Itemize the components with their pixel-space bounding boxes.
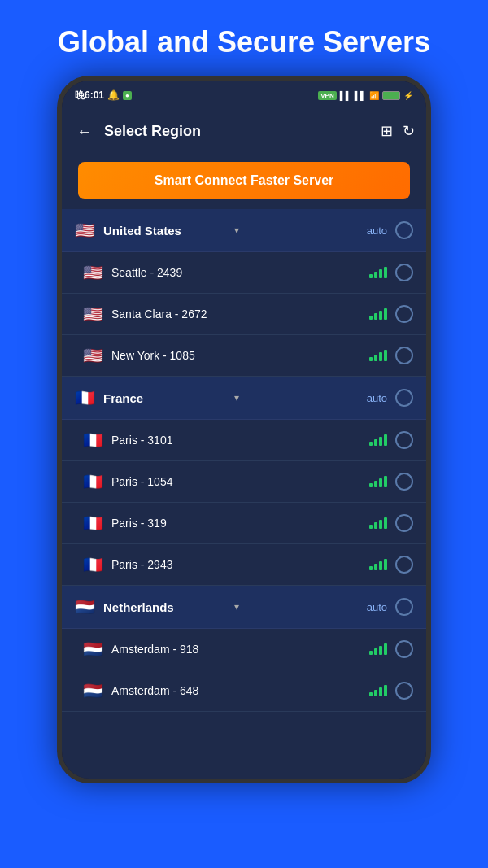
country-row-fr[interactable]: 🇫🇷 France ▾ auto (62, 377, 426, 420)
radio-paris3[interactable] (395, 514, 413, 532)
signal-paris4 (369, 559, 387, 570)
status-icons: VPN ▌▌ ▌▌ 📶 ⚡ (318, 91, 413, 100)
page-title: Select Region (104, 123, 373, 140)
battery-icon (382, 91, 400, 100)
server-santaclara: Santa Clara - 2672 (111, 308, 369, 321)
radio-amsterdam1[interactable] (395, 640, 413, 658)
country-row-us[interactable]: 🇺🇸 United States ▾ auto (62, 209, 426, 252)
server-row-amsterdam-648[interactable]: 🇳🇱 Amsterdam - 648 (62, 670, 426, 712)
flag-fr: 🇫🇷 (75, 388, 95, 408)
flag-nl: 🇳🇱 (75, 597, 95, 617)
flag-amsterdam1: 🇳🇱 (83, 639, 103, 659)
auto-label-fr: auto (367, 392, 387, 404)
country-name-nl: Netherlands (103, 600, 231, 614)
country-name-fr: France (103, 391, 231, 405)
flag-amsterdam2: 🇳🇱 (83, 681, 103, 700)
server-paris-3101: Paris - 3101 (111, 434, 369, 447)
smart-connect-area: Smart Connect Faster Server (62, 152, 426, 209)
chevron-icon-fr: ▾ (234, 392, 239, 403)
flag-newyork: 🇺🇸 (83, 346, 103, 365)
back-button[interactable]: ← (73, 119, 96, 144)
radio-santaclara[interactable] (395, 305, 413, 323)
signal-paris3 (369, 517, 387, 529)
radio-paris2[interactable] (395, 473, 413, 491)
server-amsterdam-918: Amsterdam - 918 (111, 643, 369, 656)
nav-icons: ⊞ ↻ (381, 122, 415, 140)
signal-amsterdam1 (369, 643, 387, 655)
signal-seattle (369, 267, 387, 278)
server-list: 🇺🇸 United States ▾ auto 🇺🇸 Seattle - 243… (62, 209, 426, 779)
radio-seattle[interactable] (395, 264, 413, 281)
status-time: 晚6:01 🔔 ● (75, 89, 132, 103)
signal-newyork (369, 350, 387, 361)
smart-connect-button[interactable]: Smart Connect Faster Server (78, 162, 410, 199)
server-amsterdam-648: Amsterdam - 648 (111, 684, 369, 697)
server-row-paris-2943[interactable]: 🇫🇷 Paris - 2943 (62, 544, 426, 586)
server-seattle: Seattle - 2439 (111, 266, 369, 279)
server-row-newyork[interactable]: 🇺🇸 New York - 1085 (62, 335, 426, 377)
server-row-amsterdam-918[interactable]: 🇳🇱 Amsterdam - 918 (62, 629, 426, 670)
server-row-paris-1054[interactable]: 🇫🇷 Paris - 1054 (62, 461, 426, 503)
flag-paris1: 🇫🇷 (83, 430, 103, 450)
radio-paris1[interactable] (395, 431, 413, 449)
server-row-paris-3101[interactable]: 🇫🇷 Paris - 3101 (62, 420, 426, 461)
server-row-paris-319[interactable]: 🇫🇷 Paris - 319 (62, 503, 426, 544)
vpn-badge: VPN (318, 91, 336, 100)
radio-fr[interactable] (395, 389, 413, 407)
circle-indicator: ● (123, 91, 132, 100)
signal-paris2 (369, 476, 387, 487)
country-name-us: United States (103, 224, 231, 238)
refresh-icon[interactable]: ↻ (403, 122, 415, 140)
server-row-santaclara[interactable]: 🇺🇸 Santa Clara - 2672 (62, 294, 426, 335)
country-row-nl[interactable]: 🇳🇱 Netherlands ▾ auto (62, 586, 426, 629)
headline: Global and Secure Servers (25, 0, 463, 76)
auto-label-us: auto (367, 225, 387, 237)
radio-us[interactable] (395, 221, 413, 239)
chevron-icon-us: ▾ (234, 225, 239, 236)
chevron-icon-nl: ▾ (234, 601, 239, 613)
status-bar: 晚6:01 🔔 ● VPN ▌▌ ▌▌ 📶 ⚡ (62, 81, 426, 110)
top-nav: ← Select Region ⊞ ↻ (62, 110, 426, 152)
server-row-seattle[interactable]: 🇺🇸 Seattle - 2439 (62, 252, 426, 294)
radio-newyork[interactable] (395, 347, 413, 364)
radio-amsterdam2[interactable] (395, 682, 413, 700)
server-paris-319: Paris - 319 (111, 517, 369, 530)
phone-frame: 晚6:01 🔔 ● VPN ▌▌ ▌▌ 📶 ⚡ ← Select Region … (57, 76, 431, 783)
signal-paris1 (369, 434, 387, 446)
signal-santaclara (369, 308, 387, 320)
radio-nl[interactable] (395, 598, 413, 616)
flag-paris4: 🇫🇷 (83, 555, 103, 574)
flag-paris2: 🇫🇷 (83, 472, 103, 491)
server-paris-2943: Paris - 2943 (111, 558, 369, 571)
signal-amsterdam2 (369, 685, 387, 696)
flag-paris3: 🇫🇷 (83, 513, 103, 533)
list-icon[interactable]: ⊞ (381, 122, 393, 140)
flag-seattle: 🇺🇸 (83, 263, 103, 282)
flag-santaclara: 🇺🇸 (83, 304, 103, 324)
auto-label-nl: auto (367, 601, 387, 613)
server-newyork: New York - 1085 (111, 349, 369, 362)
flag-us: 🇺🇸 (75, 220, 95, 240)
server-paris-1054: Paris - 1054 (111, 475, 369, 488)
radio-paris4[interactable] (395, 556, 413, 574)
